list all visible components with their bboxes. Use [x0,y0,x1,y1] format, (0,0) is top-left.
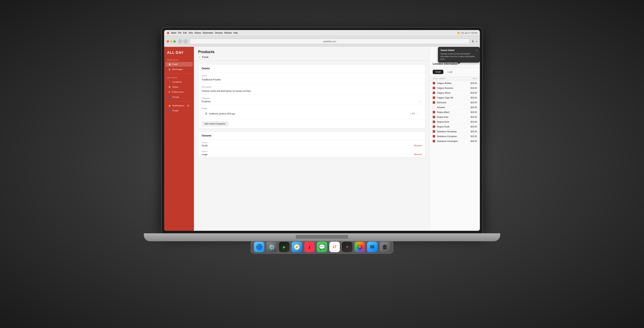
location-name-8: Regina North [437,121,466,123]
close-button[interactable] [167,40,169,43]
location-price-4: $19.00 [466,101,477,104]
location-checkbox-3[interactable]: ✓ [433,96,435,99]
menubar-bookmarks[interactable]: Bookmarks [203,32,213,34]
name-input[interactable] [202,78,422,81]
breadcrumb-back-arrow[interactable]: ← [198,55,201,59]
menubar-window[interactable]: Window [224,32,232,34]
location-row: ✓Calgary Elbow$19.00 [430,90,480,95]
location-name-9: Regina South [437,126,466,128]
back-button[interactable]: ‹ [178,39,182,44]
sidebar-divider-2 [166,101,192,101]
location-checkbox-6[interactable]: ✓ [433,111,435,113]
sidebar-item-food[interactable]: 📋 Food [166,62,193,67]
image-file-icon: 🖼 [205,112,207,115]
notifications-badge: 1 [187,105,190,107]
sidebar-styles-label: Styles [172,86,178,88]
location-name-7: Regina East [437,116,466,118]
menubar-edit[interactable]: Edit [183,32,186,34]
menubar-file[interactable]: File [178,32,181,34]
location-name-0: Calgary Beltline [437,82,466,84]
menubar-view[interactable]: View [188,32,193,34]
variant-1-arrows-icon: ⌃⌄ [409,144,412,146]
menubar-right: 📶 Thu Jul 17 7:00 PM [458,32,477,34]
dock-settings[interactable]: ⚙️ [266,242,277,252]
location-checkbox-11[interactable]: ✓ [433,135,435,137]
tooltip-card: Variant Added × Manage variant pricing a… [438,47,480,63]
dock-trash[interactable]: 🗑 [380,242,390,252]
browser-toolbar: ‹ › getallday.com ⬆ + [164,36,480,47]
variant-toggle-large[interactable]: Large [445,70,456,74]
category-field: Category Poutines ⌃⌄ [198,95,425,105]
right-panel: Variant Added × Manage variant pricing a… [430,47,480,231]
dock-photos[interactable]: ⬡ [354,242,365,252]
menubar-develop[interactable]: Develop [215,32,223,34]
location-row: ✓Calgary Bowness$18.00 [430,86,480,90]
location-checkbox-9[interactable]: ✓ [433,125,435,128]
variant-1-label: Variant [202,141,422,144]
location-checkbox-10[interactable]: ✓ [433,130,435,133]
tooltip-close-button[interactable]: × [476,49,477,51]
sidebar-item-styles[interactable]: 🎨 Styles [166,85,193,89]
location-table-header: Active Location Price [430,76,480,81]
sidebar-item-notifications[interactable]: 🔔 Notifications 1 [166,103,193,108]
dock-mail[interactable]: ✉ [367,242,378,252]
new-tab-icon[interactable]: + [476,40,477,43]
dock-calendar[interactable]: 17 [329,242,340,252]
variant-2-input[interactable] [202,153,407,155]
menubar-safari[interactable]: Safari [171,32,176,34]
sidebar-locations-label: Locations [172,81,182,83]
location-price-5: $20.00 [466,106,477,109]
location-checkbox-5[interactable] [433,106,435,109]
location-checkbox-2[interactable]: ✓ [433,92,435,94]
menubar-datetime: Thu Jul 17 7:00 PM [461,32,477,34]
sidebar-food-label: Food [172,63,177,66]
variant-2-remove-button[interactable]: Remove [414,153,422,155]
sidebar-notifications-label: Notifications [172,104,184,107]
tooltip-arrow [458,63,460,64]
sidebar-item-preferences[interactable]: ⚙ Preferences [166,90,193,94]
menubar-help[interactable]: Help [233,32,238,34]
description-input[interactable] [202,90,422,92]
location-checkbox-4[interactable]: ✓ [433,101,435,104]
sidebar-item-beverages[interactable]: 🥤 Beverages [166,67,193,72]
add-linked-categories-button[interactable]: Add Linked Categories [202,121,228,126]
sidebar-item-profile[interactable]: 👤 Profile [166,108,193,113]
location-name-12: Saskatoon Kensington [437,140,466,142]
share-icon[interactable]: ⬆ [472,40,474,43]
location-checkbox-8[interactable]: ✓ [433,120,435,123]
location-checkbox-1[interactable]: ✓ [433,87,435,89]
forward-button[interactable]: › [183,39,188,44]
variant-1-input[interactable] [202,144,407,147]
menubar-apple[interactable]: 🍎 [167,32,169,34]
dock-figma[interactable]: ✦ [342,242,352,252]
category-select[interactable]: Poutines [202,100,418,103]
variant-toggle-small[interactable]: Small [433,70,444,74]
tooltip-body: Manage variant pricing and location info… [440,53,477,61]
location-checkbox-0[interactable]: ✓ [433,82,435,84]
tooltip-title: Variant Added [440,49,454,51]
maximize-button[interactable] [173,40,176,43]
browser-chrome: ‹ › getallday.com ⬆ + [164,36,480,47]
select-arrows-icon: ⌃⌄ [418,100,422,102]
dock-terminal[interactable]: ▶ [279,242,290,252]
dock-music[interactable]: ♪ [304,242,315,252]
location-name-3: Calgary Sage Hill [437,97,466,99]
main-header: Products ← Food [194,47,430,61]
address-bar[interactable]: getallday.com [190,39,470,44]
minimize-button[interactable] [170,40,172,43]
variant-1-remove-button[interactable]: Remove [414,144,422,147]
sidebar-item-people[interactable]: 👤 People [166,95,193,99]
dock-messages[interactable]: 💬 [317,242,327,252]
dock-safari[interactable]: 🧭 [292,242,302,252]
location-checkbox-12[interactable]: ✓ [433,140,435,142]
dock-finder[interactable]: 🔵 [254,242,264,252]
sidebar-preferences-label: Preferences [172,91,184,93]
location-checkbox-7[interactable]: ✓ [433,116,435,118]
location-name-10: Saskatoon Broadway [437,130,466,133]
breadcrumb-current: Food [202,55,208,59]
image-more-icon[interactable]: ··· [417,113,418,115]
menubar-history[interactable]: History [194,32,201,34]
url-text: getallday.com [324,40,336,43]
sidebar-item-locations[interactable]: 📍 Locations [166,80,193,84]
laptop-screen-shell: 🍎 Safari File Edit View History Bookmark… [162,28,482,233]
